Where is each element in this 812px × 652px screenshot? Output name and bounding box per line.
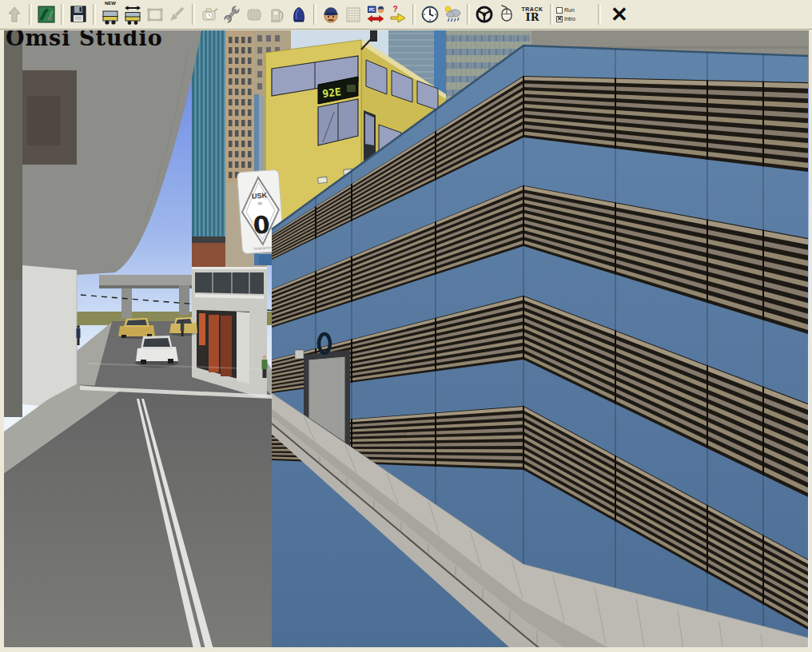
toolbar-separator (313, 4, 316, 25)
uniform-bag-button[interactable] (288, 2, 310, 27)
bridge-pillar (121, 288, 132, 319)
weather-button[interactable] (441, 2, 464, 27)
map-icon (36, 3, 57, 26)
checkbox-intro-box: ✕ (556, 16, 563, 22)
checkbox-intro-label: Intro (564, 16, 575, 22)
viewport-3d[interactable]: Omsi Studio (4, 30, 809, 647)
driver-button[interactable] (320, 2, 342, 27)
overlay-title: Omsi Studio (6, 30, 163, 50)
help-arrow-button[interactable]: ? (387, 2, 409, 27)
checkbox-run-box (556, 7, 563, 14)
mouse-icon (496, 3, 517, 26)
toolbar-separator (598, 4, 601, 25)
new-bus-icon (100, 3, 121, 26)
weather-icon (442, 3, 463, 26)
close-button[interactable]: ✕ (604, 2, 635, 27)
corner-building (192, 267, 267, 400)
save-button[interactable] (67, 2, 90, 27)
ticket-roll-button (243, 2, 265, 27)
change-bus-button[interactable] (121, 2, 144, 27)
checkbox-intro[interactable]: ✕ Intro (556, 15, 595, 22)
clock-icon (420, 3, 440, 26)
svg-text:?: ? (392, 5, 397, 14)
bridge-pillar (179, 285, 189, 315)
steering-wheel-button[interactable] (473, 2, 496, 27)
wrench-icon (221, 3, 242, 26)
repair-wrench-button[interactable] (221, 2, 243, 27)
driver-face-icon (320, 3, 341, 26)
steering-wheel-icon (474, 3, 495, 26)
toolbar-separator (467, 4, 470, 25)
fuel-pump-button (265, 2, 288, 27)
ticket-roll-icon (244, 3, 265, 26)
scene-render: 92E (4, 30, 809, 647)
omsi-window: NEW (0, 0, 812, 652)
uniform-bag-icon (289, 3, 309, 26)
move-up-button (3, 2, 26, 27)
pc-swap-icon: PC (365, 3, 386, 26)
svg-text:0: 0 (253, 210, 271, 239)
selection-frame-icon (145, 3, 165, 26)
toolbar-checkbox-group: Run ✕ Intro (556, 2, 595, 27)
toolbar-separator (61, 4, 64, 25)
svg-text:PC: PC (369, 7, 375, 12)
checkbox-run-label: Run (564, 7, 575, 13)
svg-text:ab: ab (257, 201, 262, 205)
arrow-down-left-icon (167, 3, 188, 26)
toolbar-separator (550, 4, 553, 25)
toolbar-separator (29, 4, 32, 25)
timetable-button (342, 2, 364, 27)
mouse-input-button[interactable] (496, 2, 518, 27)
checkbox-run[interactable]: Run (556, 6, 595, 14)
close-icon: ✕ (611, 2, 628, 26)
svg-text:92E: 92E (322, 85, 342, 100)
save-floppy-icon (68, 3, 89, 26)
assign-arrow-button (166, 2, 189, 27)
change-bus-icon (122, 3, 143, 26)
new-bus-label: NEW (99, 1, 121, 6)
take-control-button[interactable]: PC (364, 2, 387, 27)
fuel-pump-icon (266, 3, 287, 26)
map-button[interactable] (35, 2, 58, 27)
white-wall-panel (22, 265, 77, 409)
toolbar-separator (93, 4, 96, 25)
distant-street (22, 265, 277, 409)
toolbar: NEW (0, 0, 812, 30)
trackir-button[interactable]: TRACK IR (518, 2, 547, 27)
question-arrow-icon: ? (388, 3, 408, 26)
selection-frame-button (144, 2, 166, 27)
service-clock-icon (199, 3, 220, 26)
teal-highrise (192, 30, 229, 242)
new-bus-button[interactable]: NEW (99, 2, 121, 27)
time-clock-button[interactable] (419, 2, 441, 27)
up-arrow-icon (4, 3, 25, 26)
service-clock-button (198, 2, 221, 27)
trackir-label-bottom: IR (526, 12, 539, 22)
toolbar-separator (412, 4, 416, 25)
toolbar-separator (192, 4, 195, 25)
timetable-icon (343, 3, 364, 26)
svg-text:USK: USK (252, 191, 268, 200)
